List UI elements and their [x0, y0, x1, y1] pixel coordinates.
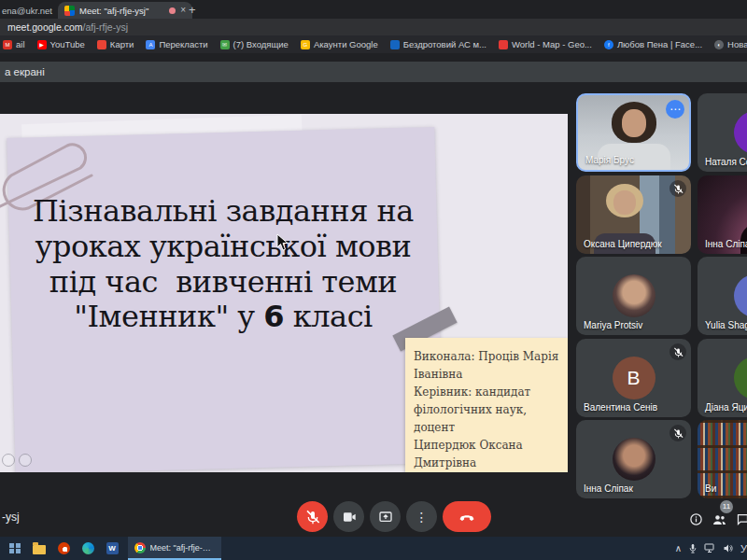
translate-icon: A: [146, 40, 155, 49]
word-icon[interactable]: W: [106, 542, 119, 554]
participant-name: Марія Брус: [585, 155, 634, 165]
url-path: /afj-rfje-ysj: [83, 21, 128, 33]
zoom-icon[interactable]: [2, 454, 15, 467]
bottom-right-icons: [689, 512, 747, 526]
mouse-cursor: [276, 233, 289, 252]
more-options-button[interactable]: ⋮: [406, 501, 437, 532]
meeting-controls: ⋮: [297, 501, 491, 532]
bookmark-item[interactable]: fЛюбов Пена | Face...: [604, 39, 702, 49]
avatar: [734, 111, 747, 154]
participant-tile[interactable]: Yulia Shagan: [698, 257, 747, 335]
browser-tab-strip: ena@ukr.net × Meet: "afj-rfje-ysj" × +: [0, 0, 747, 19]
bookmark-item[interactable]: ◐Нова вкладка: [714, 39, 747, 49]
participants-button[interactable]: [712, 512, 727, 526]
participant-name: Діана Яцин: [705, 402, 747, 413]
participant-tile[interactable]: B Валентина Сенів: [576, 339, 691, 417]
tray-expand-icon[interactable]: ∧: [675, 543, 682, 553]
slide-zoom-controls[interactable]: [2, 454, 32, 467]
participant-name: Інна Сліпак: [705, 239, 747, 249]
bookmark-item[interactable]: Бездротовий АС м...: [390, 39, 486, 49]
present-button[interactable]: [370, 501, 401, 532]
chrome-icon: [134, 542, 146, 553]
tray-network-icon[interactable]: [704, 543, 716, 553]
youtube-icon: ▶: [37, 40, 47, 49]
avatar: B: [613, 357, 655, 399]
participant-name: Mariya Protsiv: [584, 320, 642, 330]
participant-name: Yulia Shagan: [705, 320, 747, 330]
desktop: ena@ukr.net × Meet: "afj-rfje-ysj" × + m…: [0, 0, 747, 560]
tab-inactive[interactable]: ena@ukr.net ×: [0, 3, 56, 19]
close-icon[interactable]: ×: [180, 6, 186, 15]
participants-grid: ⋯ Марія Брус Наталя Сол Оксана Ципердюк …: [576, 93, 747, 500]
avatar: [613, 438, 655, 481]
tray-mic-icon[interactable]: [688, 543, 698, 554]
shared-slide: Пізнавальні завдання на уроках українськ…: [0, 114, 568, 472]
new-tab-button[interactable]: +: [189, 3, 196, 17]
bookmark-item[interactable]: World - Map - Geo...: [499, 39, 592, 49]
presenting-banner: а екрані: [0, 62, 747, 82]
participant-tile[interactable]: Діана Яцин: [698, 339, 747, 417]
mic-muted-icon: [669, 343, 686, 360]
participant-tile[interactable]: Інна Сліпак: [698, 175, 747, 254]
meet-favicon-icon: [64, 6, 75, 16]
tile-menu-button[interactable]: ⋯: [666, 100, 684, 119]
participant-tile[interactable]: ⋯ Марія Брус: [576, 93, 691, 172]
gmail-icon: M: [3, 40, 12, 49]
system-tray: ∧ У: [675, 543, 747, 554]
bookmark-item[interactable]: ▶YouTube: [37, 39, 85, 49]
participant-name: Валентина Сенів: [584, 402, 657, 413]
author-note: Виконала: Проців Марія Іванівна Керівник…: [405, 338, 568, 472]
facebook-icon: f: [604, 40, 613, 49]
edge-browser-icon[interactable]: [82, 542, 94, 554]
map-pin-icon: [499, 40, 508, 49]
globe-icon: ◐: [714, 40, 724, 49]
active-task-button[interactable]: Meet: "afj-rfje-ysj" ...: [128, 537, 221, 560]
participant-count-badge: 11: [720, 500, 733, 513]
media-recording-icon: [169, 7, 176, 14]
google-accounts-icon: G: [301, 40, 310, 49]
maps-pin-icon: [97, 40, 106, 49]
chat-button[interactable]: [736, 512, 747, 526]
mic-muted-icon: [669, 425, 686, 441]
participant-tile[interactable]: Mariya Protsiv: [576, 257, 691, 335]
mic-toggle-button[interactable]: [297, 501, 328, 532]
participant-tile[interactable]: Інна Сліпак: [576, 420, 691, 498]
participant-tile-self[interactable]: Ви: [698, 420, 747, 498]
url-host: meet.google.com: [7, 21, 83, 33]
bookmarks-bar: Mail ▶YouTube Карти AПерекласти ✉(7) Вхо…: [0, 35, 747, 53]
participant-name: Наталя Сол: [705, 157, 747, 167]
tab-active-title: Meet: "afj-rfje-ysj": [79, 6, 164, 16]
participant-tile[interactable]: Наталя Сол: [698, 93, 747, 172]
site-icon: [390, 40, 400, 49]
avatar: [613, 274, 655, 317]
bookmark-item[interactable]: ✉(7) Входящие: [220, 39, 289, 49]
tab-inactive-title: ena@ukr.net: [2, 6, 52, 16]
participant-tile[interactable]: Оксана Ципердюк: [576, 175, 691, 254]
meeting-code-label: -ysj: [2, 511, 20, 524]
bookmark-item[interactable]: GАкаунти Google: [301, 39, 378, 49]
office-icon[interactable]: [58, 542, 70, 554]
inbox-icon: ✉: [220, 40, 230, 49]
slide-title: Пізнавальні завдання на уроках українськ…: [7, 194, 439, 335]
taskbar: W Meet: "afj-rfje-ysj" ... ∧ У: [0, 537, 747, 560]
bookmark-item[interactable]: AПерекласти: [146, 39, 207, 49]
bookmark-item[interactable]: Карти: [97, 39, 134, 49]
tray-volume-icon[interactable]: [723, 543, 734, 553]
avatar: [734, 274, 747, 317]
participant-name: Оксана Ципердюк: [584, 239, 662, 249]
file-explorer-icon[interactable]: [33, 545, 46, 554]
participant-name: Інна Сліпак: [584, 483, 633, 494]
tray-language-indicator[interactable]: У: [740, 543, 747, 554]
start-button-icon[interactable]: [9, 543, 21, 554]
avatar: [734, 357, 747, 399]
meeting-info-button[interactable]: [689, 512, 703, 526]
end-call-button[interactable]: [443, 501, 491, 532]
tab-active[interactable]: Meet: "afj-rfje-ysj" ×: [58, 2, 192, 19]
participant-name: Ви: [705, 483, 716, 494]
zoom-icon[interactable]: [19, 454, 32, 467]
address-bar[interactable]: meet.google.com/afj-rfje-ysj: [0, 19, 747, 35]
bookmark-item[interactable]: Mail: [3, 39, 25, 49]
mic-muted-icon: [669, 180, 686, 197]
presenting-banner-text: а екрані: [5, 66, 45, 77]
camera-toggle-button[interactable]: [333, 501, 364, 532]
